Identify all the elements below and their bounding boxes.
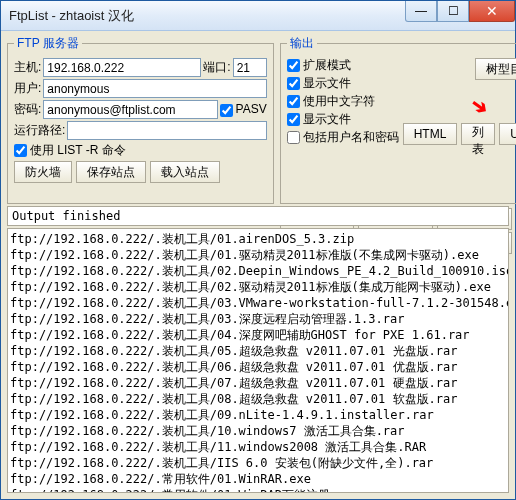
cjk-checkbox[interactable] bbox=[287, 95, 300, 108]
port-input[interactable] bbox=[233, 58, 267, 77]
loadsite-button[interactable]: 载入站点 bbox=[150, 161, 220, 183]
listing-line[interactable]: ftp://192.168.0.222/.装机工具/03.深度远程启动管理器.1… bbox=[10, 311, 506, 327]
listing-line[interactable]: ftp://192.168.0.222/.装机工具/02.Deepin_Wind… bbox=[10, 263, 506, 279]
window-controls: — ☐ ✕ bbox=[405, 1, 515, 30]
listing-line[interactable]: ftp://192.168.0.222/.装机工具/02.驱动精灵2011标准版… bbox=[10, 279, 506, 295]
listing-line[interactable]: ftp://192.168.0.222/.装机工具/IIS 6.0 安装包(附缺… bbox=[10, 455, 506, 471]
window: FtpList - zhtaoist 汉化 — ☐ ✕ FTP 服务器 主机: … bbox=[0, 0, 516, 500]
expand-checkbox[interactable] bbox=[287, 59, 300, 72]
list-r-checkbox[interactable] bbox=[14, 144, 27, 157]
pasv-checkbox[interactable] bbox=[220, 104, 233, 117]
file-listing[interactable]: ftp://192.168.0.222/.装机工具/01.airenDOS_5.… bbox=[7, 228, 509, 493]
listing-line[interactable]: ftp://192.168.0.222/.装机工具/04.深度网吧辅助GHOST… bbox=[10, 327, 506, 343]
listing-line[interactable]: ftp://192.168.0.222/.装机工具/03.VMware-work… bbox=[10, 295, 506, 311]
port-label: 端口: bbox=[203, 59, 230, 76]
user-input[interactable] bbox=[43, 79, 266, 98]
list-r-checkbox-label[interactable]: 使用 LIST -R 命令 bbox=[14, 142, 126, 159]
listing-line[interactable]: ftp://192.168.0.222/.装机工具/11.windows2008… bbox=[10, 439, 506, 455]
savesite-button[interactable]: 保存站点 bbox=[76, 161, 146, 183]
pass-label: 密码: bbox=[14, 101, 41, 118]
pasv-checkbox-label[interactable]: PASV bbox=[220, 102, 267, 116]
listing-line[interactable]: ftp://192.168.0.222/.常用软件/01.WinRAR万能注册.… bbox=[10, 487, 506, 493]
host-label: 主机: bbox=[14, 59, 41, 76]
window-title: FtpList - zhtaoist 汉化 bbox=[9, 7, 405, 25]
html-button[interactable]: HTML bbox=[403, 123, 458, 145]
listing-line[interactable]: ftp://192.168.0.222/.装机工具/01.airenDOS_5.… bbox=[10, 231, 506, 247]
listing-line[interactable]: ftp://192.168.0.222/.装机工具/08.超级急救盘 v2011… bbox=[10, 391, 506, 407]
user-label: 用户: bbox=[14, 80, 41, 97]
listing-line[interactable]: ftp://192.168.0.222/.装机工具/09.nLite-1.4.9… bbox=[10, 407, 506, 423]
status-bar: Output finished bbox=[7, 206, 509, 226]
output-group: 输出 扩展模式 显示文件 使用中文字符 显示文件 包括用户名和密码 树型目录 H… bbox=[280, 35, 516, 204]
runpath-input[interactable] bbox=[67, 121, 266, 140]
output-panel: 输出 扩展模式 显示文件 使用中文字符 显示文件 包括用户名和密码 树型目录 H… bbox=[280, 35, 512, 204]
listing-line[interactable]: ftp://192.168.0.222/.装机工具/10.windows7 激活… bbox=[10, 423, 506, 439]
titlebar: FtpList - zhtaoist 汉化 — ☐ ✕ bbox=[1, 1, 515, 31]
url-button[interactable]: URL bbox=[499, 123, 516, 145]
listing-line[interactable]: ftp://192.168.0.222/.装机工具/07.超级急救盘 v2011… bbox=[10, 375, 506, 391]
minimize-button[interactable]: — bbox=[405, 1, 437, 22]
listing-line[interactable]: ftp://192.168.0.222/.装机工具/06.超级急救盘 v2011… bbox=[10, 359, 506, 375]
close-button[interactable]: ✕ bbox=[469, 1, 515, 22]
listing-line[interactable]: ftp://192.168.0.222/.常用软件/01.WinRAR.exe bbox=[10, 471, 506, 487]
runpath-label: 运行路径: bbox=[14, 122, 65, 139]
list-button[interactable]: 列表 bbox=[461, 123, 495, 145]
ftp-legend: FTP 服务器 bbox=[14, 35, 82, 52]
showfile2-checkbox[interactable] bbox=[287, 113, 300, 126]
ftp-server-group: FTP 服务器 主机: 端口: 用户: 密码: PASV 运行路径: 使用 LI… bbox=[7, 35, 274, 204]
listing-line[interactable]: ftp://192.168.0.222/.装机工具/05.超级急救盘 v2011… bbox=[10, 343, 506, 359]
pass-input[interactable] bbox=[43, 100, 217, 119]
firewall-button[interactable]: 防火墙 bbox=[14, 161, 72, 183]
output-legend: 输出 bbox=[287, 35, 317, 52]
incuser-checkbox[interactable] bbox=[287, 131, 300, 144]
showfile-checkbox[interactable] bbox=[287, 77, 300, 90]
output-checks: 扩展模式 显示文件 使用中文字符 显示文件 包括用户名和密码 bbox=[287, 56, 399, 147]
tree-button[interactable]: 树型目录 bbox=[475, 58, 516, 80]
listing-line[interactable]: ftp://192.168.0.222/.装机工具/01.驱动精灵2011标准版… bbox=[10, 247, 506, 263]
maximize-button[interactable]: ☐ bbox=[437, 1, 469, 22]
host-input[interactable] bbox=[43, 58, 201, 77]
